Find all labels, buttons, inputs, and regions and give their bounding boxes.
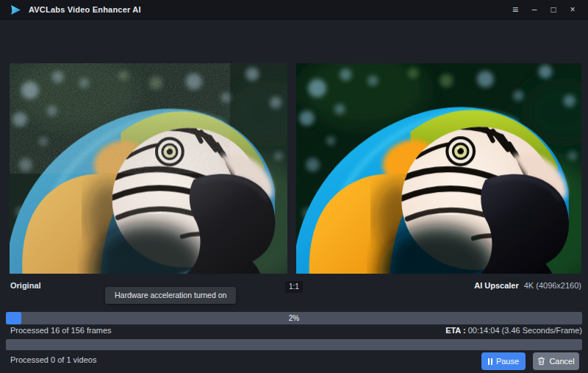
maximize-icon[interactable]: □ xyxy=(544,0,563,20)
eta-label: ETA : 00:14:04 (3.46 Seconds/Frame) xyxy=(445,326,582,335)
app-window: AVCLabs Video Enhancer AI ≡ – □ × xyxy=(0,0,588,373)
output-resolution-label: 4K (4096x2160) xyxy=(524,281,581,290)
zoom-ratio-badge[interactable]: 1:1 xyxy=(285,281,303,293)
enhanced-preview xyxy=(296,63,581,274)
enhanced-preview-image xyxy=(296,63,581,274)
overall-progress-bar: 2% xyxy=(6,312,582,324)
app-logo-icon xyxy=(10,4,22,16)
original-preview xyxy=(10,63,287,274)
frames-status-row: Processed 16 of 156 frames ETA : 00:14:0… xyxy=(0,326,588,337)
pause-button[interactable]: Pause xyxy=(481,352,526,370)
ai-model-label: AI Upscaler xyxy=(474,281,519,290)
pause-icon xyxy=(488,358,492,365)
frames-status: Processed 16 of 156 frames xyxy=(10,326,112,335)
trash-icon xyxy=(537,357,545,366)
close-icon[interactable]: × xyxy=(563,0,582,20)
eta-prefix: ETA : xyxy=(445,326,466,335)
titlebar: AVCLabs Video Enhancer AI ≡ – □ × xyxy=(0,0,588,20)
cancel-button[interactable]: Cancel xyxy=(533,352,579,370)
original-label: Original xyxy=(10,281,41,290)
videos-status: Processed 0 of 1 videos xyxy=(10,355,96,364)
original-preview-image xyxy=(10,63,287,274)
minimize-icon[interactable]: – xyxy=(525,0,544,20)
video-progress-bar xyxy=(6,339,582,350)
eta-value: 00:14:04 (3.46 Seconds/Frame) xyxy=(468,326,582,335)
output-info-label: AI Upscaler4K (4096x2160) xyxy=(474,281,581,290)
menu-icon[interactable]: ≡ xyxy=(506,0,525,20)
overall-progress-percent: 2% xyxy=(6,312,582,324)
cancel-button-label: Cancel xyxy=(549,357,574,366)
pause-button-label: Pause xyxy=(496,357,519,366)
hardware-acceleration-tooltip: Hardware acceleration turned on xyxy=(105,287,236,304)
app-title: AVCLabs Video Enhancer AI xyxy=(29,5,141,14)
window-controls: ≡ – □ × xyxy=(506,0,588,20)
